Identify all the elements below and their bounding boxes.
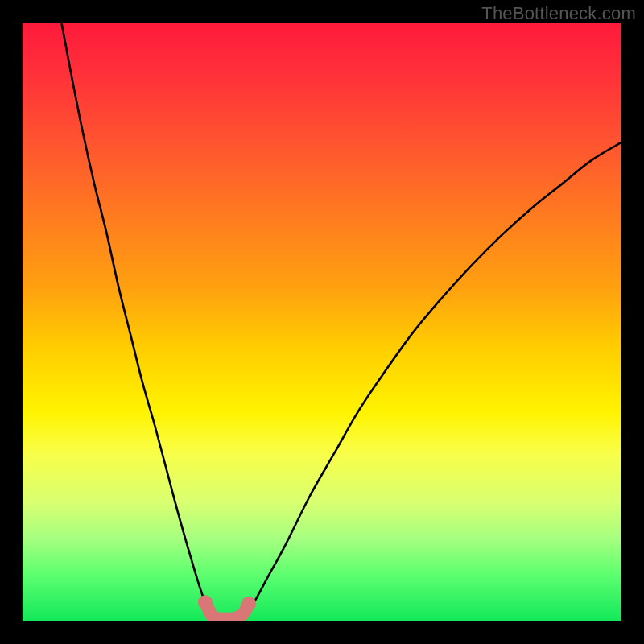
gradient-plot-area: [23, 23, 621, 621]
watermark-text: TheBottleneck.com: [481, 3, 636, 24]
